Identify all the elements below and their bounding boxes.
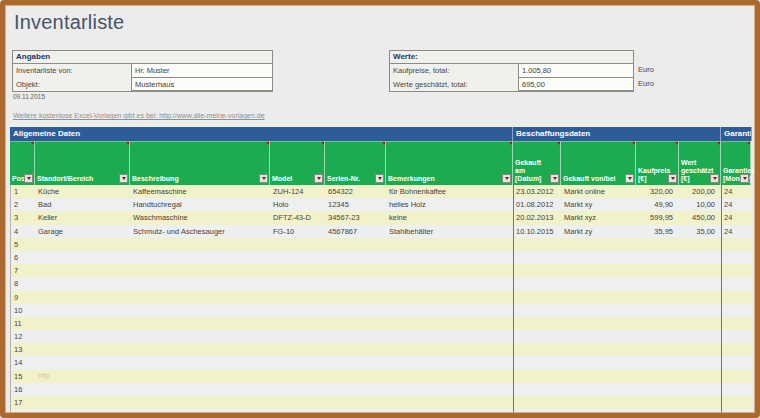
table-cell[interactable] [513,291,561,304]
table-cell[interactable]: 12345 [325,198,386,211]
table-cell[interactable] [561,277,636,290]
table-cell[interactable] [130,383,270,396]
table-cell[interactable] [35,409,130,418]
table-cell[interactable] [721,264,751,277]
filter-dropdown-button[interactable] [24,174,33,183]
table-cell[interactable]: Markt xy [561,198,636,211]
table-cell[interactable]: FG-10 [270,225,325,238]
table-cell[interactable] [513,330,561,343]
table-cell[interactable] [386,264,513,277]
table-cell[interactable]: 35,95 [636,225,679,238]
row-number-cell[interactable]: 3 [10,211,35,224]
werte-value-geschaetzt[interactable]: 695,00 [518,77,634,92]
table-cell[interactable] [270,238,325,251]
table-cell[interactable] [130,409,270,418]
table-cell[interactable]: 4567867 [325,225,386,238]
table-cell[interactable] [679,317,721,330]
row-number-cell[interactable]: 12 [10,330,35,343]
table-cell[interactable] [679,409,721,418]
row-number-cell[interactable]: 1 [10,185,35,198]
table-cell[interactable] [561,409,636,418]
row-number-cell[interactable]: 5 [10,238,35,251]
table-cell[interactable] [561,251,636,264]
row-number-cell[interactable]: 16 [10,383,35,396]
table-cell[interactable] [35,343,130,356]
table-cell[interactable] [636,317,679,330]
table-cell[interactable] [636,396,679,409]
table-cell[interactable] [130,343,270,356]
table-cell[interactable] [35,277,130,290]
table-cell[interactable] [35,330,130,343]
table-cell[interactable] [561,370,636,383]
table-cell[interactable] [325,383,386,396]
filter-dropdown-button[interactable] [740,174,749,183]
table-cell[interactable] [386,251,513,264]
table-cell[interactable] [130,264,270,277]
table-cell[interactable] [636,291,679,304]
table-cell[interactable] [721,356,751,369]
table-cell[interactable]: helles Holz [386,198,513,211]
table-cell[interactable] [35,383,130,396]
filter-dropdown-button[interactable] [625,174,634,183]
table-cell[interactable] [513,251,561,264]
table-cell[interactable] [35,291,130,304]
table-cell[interactable] [35,304,130,317]
row-number-cell[interactable]: 8 [10,277,35,290]
table-cell[interactable]: keine [386,211,513,224]
table-cell[interactable] [679,238,721,251]
table-cell[interactable] [561,317,636,330]
table-cell[interactable] [270,356,325,369]
table-cell[interactable]: Markt online [561,185,636,198]
table-cell[interactable] [270,291,325,304]
table-cell[interactable] [386,291,513,304]
row-number-cell[interactable]: 18 [10,409,35,418]
table-cell[interactable]: DFTZ-43-D [270,211,325,224]
table-cell[interactable] [679,304,721,317]
table-cell[interactable] [636,409,679,418]
table-cell[interactable] [35,317,130,330]
table-cell[interactable] [636,370,679,383]
table-cell[interactable] [325,343,386,356]
table-cell[interactable] [386,317,513,330]
table-cell[interactable] [636,238,679,251]
table-cell[interactable] [513,238,561,251]
table-cell[interactable]: 34567-23 [325,211,386,224]
table-cell[interactable]: 23.03.2012 [513,185,561,198]
table-cell[interactable] [721,343,751,356]
table-cell[interactable] [721,304,751,317]
table-cell[interactable]: ZUH-124 [270,185,325,198]
table-cell[interactable] [270,409,325,418]
table-cell[interactable] [679,356,721,369]
table-cell[interactable] [130,304,270,317]
table-cell[interactable] [325,304,386,317]
table-cell[interactable] [325,251,386,264]
table-cell[interactable]: 24 [721,198,751,211]
table-cell[interactable] [636,264,679,277]
table-cell[interactable] [130,396,270,409]
table-cell[interactable]: Markt zy [561,225,636,238]
table-cell[interactable]: Küche [35,185,130,198]
table-cell[interactable]: 01.08.2012 [513,198,561,211]
table-cell[interactable] [721,317,751,330]
filter-dropdown-button[interactable] [550,174,559,183]
table-cell[interactable] [325,330,386,343]
table-cell[interactable] [721,370,751,383]
table-cell[interactable]: 200,00 [679,185,721,198]
table-cell[interactable] [636,304,679,317]
filter-dropdown-button[interactable] [259,174,268,183]
table-cell[interactable]: für Bohnenkaffee [386,185,513,198]
table-cell[interactable] [386,343,513,356]
row-number-cell[interactable]: 13 [10,343,35,356]
row-number-cell[interactable]: 14 [10,356,35,369]
filter-dropdown-button[interactable] [119,174,128,183]
table-cell[interactable] [721,291,751,304]
table-cell[interactable] [561,304,636,317]
table-cell[interactable] [561,330,636,343]
angaben-value-objekt[interactable]: Musterhaus [131,77,273,92]
table-cell[interactable] [513,264,561,277]
table-cell[interactable] [386,383,513,396]
table-cell[interactable] [721,409,751,418]
table-cell[interactable] [636,343,679,356]
table-cell[interactable]: 24 [721,185,751,198]
table-cell[interactable] [636,383,679,396]
